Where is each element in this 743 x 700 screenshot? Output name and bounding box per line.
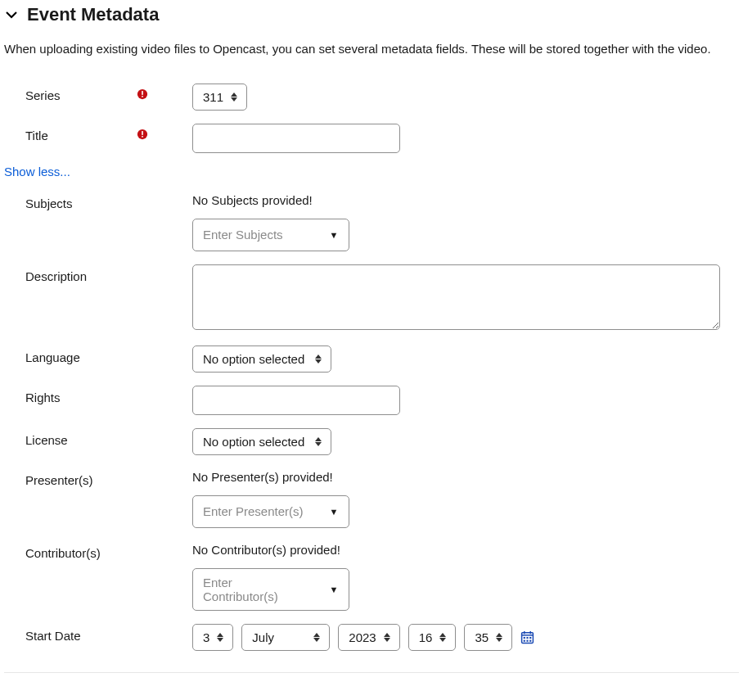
svg-rect-4: [142, 131, 143, 135]
year-value: 2023: [349, 630, 376, 644]
presenters-placeholder: Enter Presenter(s): [193, 498, 319, 525]
month-value: July: [252, 630, 274, 644]
rights-label: Rights: [4, 386, 137, 404]
required-icon: [137, 129, 148, 140]
subjects-empty-msg: No Subjects provided!: [192, 192, 739, 207]
svg-rect-1: [142, 91, 143, 95]
chevron-down-icon[interactable]: [4, 7, 19, 22]
sort-icon: [314, 437, 322, 446]
subjects-combobox[interactable]: Enter Subjects ▼: [192, 219, 349, 251]
hour-value: 16: [419, 630, 433, 644]
subjects-placeholder: Enter Subjects: [193, 221, 319, 248]
sort-icon: [383, 633, 391, 642]
month-select[interactable]: July: [241, 624, 330, 651]
start-date-label: Start Date: [4, 624, 137, 643]
field-title: Title: [4, 117, 739, 160]
license-select[interactable]: No option selected: [192, 428, 331, 455]
dropdown-arrow-icon: ▼: [319, 219, 349, 251]
year-select[interactable]: 2023: [338, 624, 399, 651]
dropdown-arrow-icon: ▼: [319, 574, 349, 605]
day-value: 3: [203, 630, 209, 644]
page-title: Event Metadata: [27, 4, 159, 25]
presenters-label: Presenter(s): [4, 468, 137, 487]
field-presenters: Presenter(s) No Presenter(s) provided! E…: [4, 462, 739, 535]
sort-icon: [314, 355, 322, 364]
contributors-placeholder: Enter Contributor(s): [193, 569, 319, 610]
sort-icon: [216, 633, 224, 642]
field-description: Description: [4, 258, 739, 339]
divider: [4, 672, 739, 673]
language-select[interactable]: No option selected: [192, 345, 331, 373]
presenters-empty-msg: No Presenter(s) provided!: [192, 468, 739, 484]
license-value: No option selected: [203, 435, 304, 449]
contributors-combobox[interactable]: Enter Contributor(s) ▼: [192, 568, 349, 611]
license-label: License: [4, 428, 137, 447]
series-value: 311: [203, 90, 223, 104]
hour-select[interactable]: 16: [408, 624, 457, 651]
presenters-combobox[interactable]: Enter Presenter(s) ▼: [192, 495, 349, 528]
series-select[interactable]: 311: [192, 84, 247, 111]
title-label: Title: [4, 124, 137, 142]
rights-input[interactable]: [192, 386, 400, 415]
sort-icon: [230, 93, 238, 102]
language-label: Language: [4, 345, 137, 364]
required-icon: [137, 88, 148, 100]
description-textarea[interactable]: [192, 264, 720, 330]
sort-icon: [439, 633, 447, 642]
sort-icon: [495, 633, 503, 642]
minute-select[interactable]: 35: [464, 624, 512, 651]
day-select[interactable]: 3: [192, 624, 233, 651]
field-license: License No option selected: [4, 422, 739, 462]
field-series: Series 311: [4, 77, 739, 117]
field-rights: Rights: [4, 379, 739, 422]
language-value: No option selected: [203, 352, 304, 366]
title-input[interactable]: [192, 124, 400, 153]
subjects-label: Subjects: [4, 192, 137, 210]
field-start-date: Start Date 3 July 2023: [4, 617, 739, 657]
dropdown-arrow-icon: ▼: [319, 496, 349, 527]
section-header: Event Metadata: [4, 4, 739, 25]
svg-rect-15: [529, 639, 531, 641]
svg-rect-2: [142, 96, 143, 97]
contributors-empty-msg: No Contributor(s) provided!: [192, 541, 739, 557]
intro-text: When uploading existing video files to O…: [4, 40, 739, 59]
svg-rect-11: [527, 636, 529, 638]
field-language: Language No option selected: [4, 339, 739, 379]
series-label: Series: [4, 84, 137, 102]
sort-icon: [313, 633, 321, 642]
svg-rect-13: [524, 639, 525, 641]
description-label: Description: [4, 264, 137, 283]
calendar-icon[interactable]: [520, 630, 534, 644]
minute-value: 35: [475, 630, 489, 644]
svg-rect-14: [527, 639, 529, 641]
svg-rect-10: [524, 636, 525, 638]
field-subjects: Subjects No Subjects provided! Enter Sub…: [4, 185, 739, 258]
start-date-controls: 3 July 2023 16: [192, 624, 739, 651]
field-contributors: Contributor(s) No Contributor(s) provide…: [4, 535, 739, 617]
show-less-link[interactable]: Show less...: [4, 165, 739, 178]
svg-rect-12: [529, 636, 531, 638]
contributors-label: Contributor(s): [4, 541, 137, 560]
svg-rect-5: [142, 136, 143, 138]
